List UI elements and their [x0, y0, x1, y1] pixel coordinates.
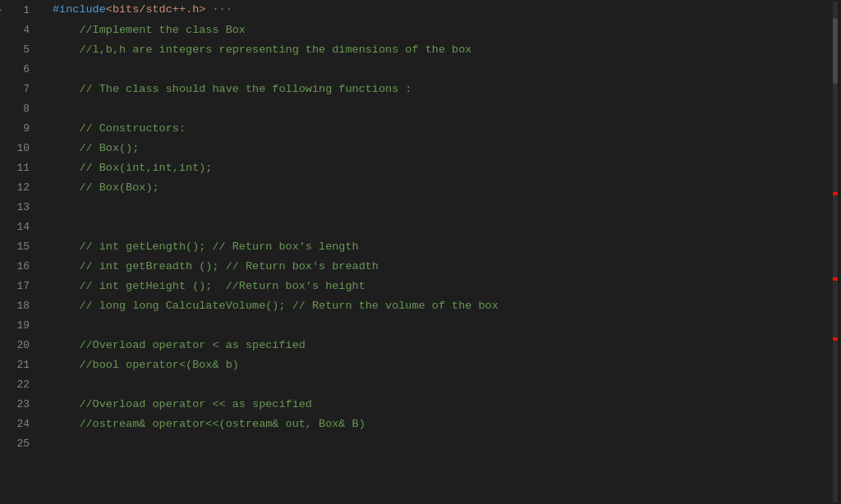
- line-number-container: 13: [0, 198, 49, 218]
- code-line: 17 // int getHeight (); //Return box's h…: [0, 277, 830, 296]
- code-line: 12 // Box(Box);: [0, 178, 830, 198]
- code-line: 22: [0, 375, 830, 395]
- code-line: 20 //Overload operator < as specified: [0, 336, 830, 355]
- line-content: // Box(int,int,int);: [49, 158, 830, 178]
- code-token: // Box(int,int,int);: [53, 162, 212, 174]
- code-token: //ostream& operator<<(ostream& out, Box&…: [53, 418, 365, 430]
- line-content: [49, 375, 830, 395]
- line-content: // The class should have the following f…: [49, 80, 830, 99]
- code-line: 21 //bool operator<(Box& b): [0, 355, 830, 375]
- code-token: #include: [53, 3, 106, 16]
- line-number-container: 9: [0, 119, 49, 139]
- code-token: // Constructors:: [53, 122, 186, 135]
- minimap-marker-1: [833, 192, 838, 195]
- line-number-container: 14: [0, 218, 49, 237]
- code-line: 24 //ostream& operator<<(ostream& out, B…: [0, 415, 830, 434]
- line-number: 11: [3, 158, 43, 178]
- code-line: ▶1#include<bits/stdc++.h> ···: [0, 0, 830, 21]
- minimap-marker-2: [833, 277, 838, 281]
- line-number-container: 18: [0, 296, 49, 316]
- code-line: 5 //l,b,h are integers representing the …: [0, 40, 830, 60]
- code-line: 7 // The class should have the following…: [0, 80, 830, 99]
- line-number-container: 12: [0, 178, 49, 198]
- code-token: //Implement the class Box: [53, 24, 246, 36]
- line-number-container: 11: [0, 158, 49, 178]
- line-content: // Constructors:: [49, 119, 830, 139]
- line-number: 12: [3, 178, 43, 198]
- line-content: [49, 316, 830, 336]
- line-content: [49, 60, 830, 80]
- code-line: 4 //Implement the class Box: [0, 21, 830, 40]
- line-number-container: 17: [0, 277, 49, 296]
- line-number: 1: [3, 1, 43, 21]
- line-number: 4: [3, 21, 43, 40]
- line-number: 9: [3, 119, 43, 139]
- code-token: // Box(Box);: [53, 181, 159, 194]
- line-number-container: 24: [0, 415, 49, 434]
- line-number: 5: [3, 40, 43, 60]
- line-number: 13: [3, 198, 43, 218]
- code-line: 10 // Box();: [0, 139, 830, 158]
- code-token: // int getLength(); // Return box's leng…: [53, 241, 359, 253]
- code-token: <bits/stdc++.h>: [106, 3, 206, 16]
- line-number-container: 7: [0, 80, 49, 99]
- code-lines: ▶1#include<bits/stdc++.h> ···4 //Impleme…: [0, 0, 830, 454]
- code-token: // long long CalculateVolume(); // Retur…: [53, 300, 499, 312]
- scrollbar-thumb[interactable]: [833, 18, 838, 84]
- code-area: ▶1#include<bits/stdc++.h> ···4 //Impleme…: [0, 0, 830, 504]
- code-token: //Overload operator << as specified: [53, 398, 312, 410]
- line-content: [49, 434, 830, 454]
- line-number: 24: [3, 415, 43, 434]
- code-token: //Overload operator < as specified: [53, 339, 306, 351]
- line-content: [49, 198, 830, 218]
- code-token: //l,b,h are integers representing the di…: [53, 44, 471, 56]
- code-line: 9 // Constructors:: [0, 119, 830, 139]
- code-line: 15 // int getLength(); // Return box's l…: [0, 237, 830, 257]
- code-line: 8: [0, 99, 830, 119]
- line-number: 19: [3, 316, 43, 336]
- line-number-container: 19: [0, 316, 49, 336]
- line-number-container: 21: [0, 355, 49, 375]
- code-line: 16 // int getBreadth (); // Return box's…: [0, 257, 830, 277]
- code-line: 13: [0, 198, 830, 218]
- line-number: 8: [3, 99, 43, 119]
- line-number: 23: [3, 395, 43, 415]
- line-content: // int getBreadth (); // Return box's br…: [49, 257, 830, 277]
- line-content: //l,b,h are integers representing the di…: [49, 40, 830, 60]
- code-line: 6: [0, 60, 830, 80]
- line-content: //ostream& operator<<(ostream& out, Box&…: [49, 415, 830, 434]
- code-line: 25: [0, 434, 830, 454]
- line-content: //bool operator<(Box& b): [49, 355, 830, 375]
- scrollbar-track[interactable]: [833, 2, 838, 502]
- collapse-arrow-icon[interactable]: ▶: [0, 1, 2, 21]
- line-number: 22: [3, 375, 43, 395]
- code-line: 19: [0, 316, 830, 336]
- line-number-container: 6: [0, 60, 49, 80]
- line-content: // Box(Box);: [49, 178, 830, 198]
- line-number: 25: [3, 434, 43, 454]
- code-token: ···: [205, 3, 232, 16]
- code-line: 11 // Box(int,int,int);: [0, 158, 830, 178]
- line-content: [49, 218, 830, 237]
- line-content: //Overload operator << as specified: [49, 395, 830, 415]
- line-number-container: 25: [0, 434, 49, 454]
- line-number: 21: [3, 355, 43, 375]
- code-line: 18 // long long CalculateVolume(); // Re…: [0, 296, 830, 316]
- line-content: // int getLength(); // Return box's leng…: [49, 237, 830, 257]
- code-token: // The class should have the following f…: [53, 83, 411, 95]
- line-number: 15: [3, 237, 43, 257]
- line-content: // int getHeight (); //Return box's heig…: [49, 277, 830, 296]
- line-number-container: 15: [0, 237, 49, 257]
- line-number-container: ▶1: [0, 1, 49, 21]
- line-content: #include<bits/stdc++.h> ···: [49, 0, 830, 20]
- code-token: // int getBreadth (); // Return box's br…: [53, 260, 379, 273]
- code-token: //bool operator<(Box& b): [53, 359, 239, 371]
- line-number-container: 8: [0, 99, 49, 119]
- scrollbar[interactable]: [830, 0, 841, 504]
- line-number-container: 16: [0, 257, 49, 277]
- code-token: // int getHeight (); //Return box's heig…: [53, 280, 365, 292]
- line-number-container: 23: [0, 395, 49, 415]
- line-number: 14: [3, 218, 43, 237]
- line-content: [49, 99, 830, 119]
- line-number: 7: [3, 80, 43, 99]
